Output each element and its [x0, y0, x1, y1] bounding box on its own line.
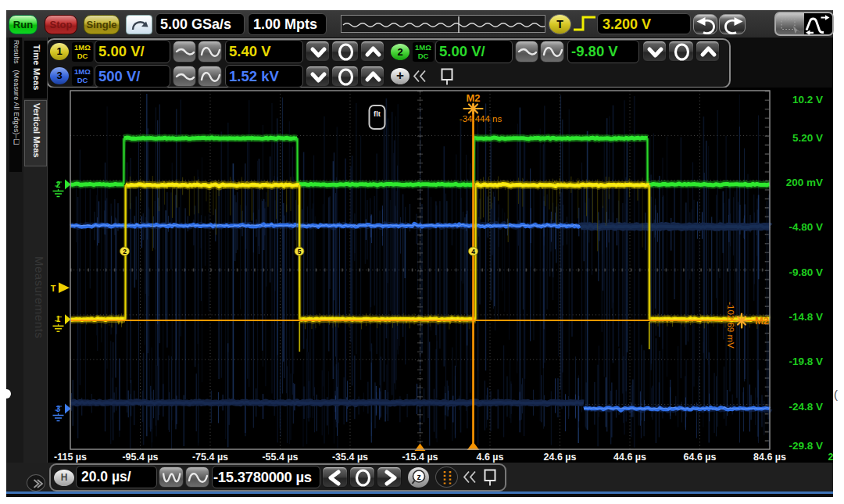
svg-text:5.20 V: 5.20 V: [792, 132, 823, 144]
svg-text:T: T: [51, 284, 56, 293]
svg-text:5: 5: [298, 248, 302, 256]
svg-text:-24.8 V: -24.8 V: [789, 401, 823, 413]
svg-text:-34.444 ns: -34.444 ns: [460, 114, 502, 123]
svg-text:2: 2: [828, 452, 833, 463]
svg-text:M2: M2: [466, 92, 480, 104]
svg-text:-35.4 µs: -35.4 µs: [332, 452, 368, 463]
svg-text:-9.80 V: -9.80 V: [789, 266, 823, 278]
svg-text:-29.8 V: -29.8 V: [789, 440, 823, 452]
svg-text:2: 2: [123, 248, 127, 256]
svg-text:-14.8 V: -14.8 V: [789, 311, 823, 323]
svg-text:4.6 µs: 4.6 µs: [476, 452, 503, 463]
svg-text:-95.4 µs: -95.4 µs: [122, 452, 158, 463]
svg-text:4: 4: [471, 248, 475, 256]
svg-text:2: 2: [56, 181, 61, 189]
svg-text:z: z: [417, 472, 420, 481]
svg-text:-19.8 V: -19.8 V: [789, 356, 823, 367]
svg-text:-4.80 V: -4.80 V: [789, 221, 823, 233]
svg-text:-75.4 µs: -75.4 µs: [192, 452, 228, 463]
svg-text:84.6 µs: 84.6 µs: [753, 452, 786, 463]
svg-text:flt: flt: [374, 109, 381, 118]
svg-text:200 mV: 200 mV: [786, 177, 823, 188]
svg-text:44.6 µs: 44.6 µs: [613, 452, 646, 463]
svg-text:-102.69 mV: -102.69 mV: [726, 302, 735, 349]
svg-text:-115 µs: -115 µs: [54, 452, 87, 463]
svg-text:3: 3: [56, 405, 61, 413]
svg-text:-55.4 µs: -55.4 µs: [262, 452, 298, 463]
svg-text:1: 1: [56, 315, 61, 323]
svg-text:24.6 µs: 24.6 µs: [544, 452, 577, 463]
svg-text:M2: M2: [755, 315, 769, 327]
svg-text:10.2 V: 10.2 V: [792, 94, 823, 105]
svg-text:-15.4 µs: -15.4 µs: [402, 452, 438, 463]
svg-text:64.6 µs: 64.6 µs: [684, 452, 717, 463]
